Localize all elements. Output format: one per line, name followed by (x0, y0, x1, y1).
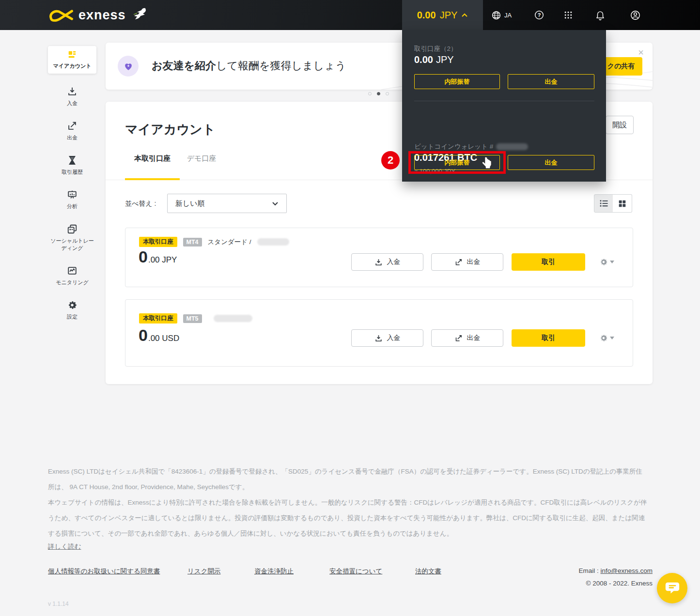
carousel-dot-active[interactable] (377, 92, 380, 95)
accounts-withdraw-button[interactable]: 出金 (508, 74, 594, 89)
account-settings-dropdown[interactable] (599, 329, 614, 347)
withdraw-button-label: 出金 (467, 334, 481, 342)
account-badges: 本取引口座 MT5 (139, 313, 252, 323)
sidebar-item-label: 入金 (67, 100, 78, 107)
topbar: exness 0.00 JPY JA ? (0, 0, 700, 30)
account-button[interactable] (630, 0, 641, 30)
sidebar-item-withdrawal[interactable]: 出金 (48, 119, 96, 143)
topbar-balance-currency: JPY (440, 10, 458, 21)
sidebar-item-label: 取引履歴 (62, 169, 83, 176)
sidebar: マイアカウント 入金 出金 取引履歴 分析 (48, 46, 96, 323)
wallet-withdraw-button[interactable]: 出金 (508, 155, 594, 170)
app-version: v 1.1.14 (48, 601, 69, 607)
sidebar-item-my-accounts[interactable]: マイアカウント (48, 46, 96, 74)
live-chat-button[interactable] (657, 573, 687, 603)
open-new-account-button[interactable]: 開設 (606, 116, 634, 134)
deposit-icon (67, 86, 78, 97)
footer-email-link[interactable]: info@exness.com (601, 567, 653, 574)
accounts-internal-transfer-button[interactable]: 内部振替 (414, 74, 500, 89)
sidebar-item-analytics[interactable]: 分析 (48, 187, 96, 212)
sidebar-item-label: ソーシャルトレーディング (50, 237, 94, 252)
trading-accounts-amount: 0.00 (414, 54, 433, 65)
exness-logo-text: exness (78, 8, 126, 23)
account-name: スタンダード / (208, 238, 251, 246)
footer-legal-paragraph-2: 本ウェブサイトの情報は、Exnessにより特別に許可された場合を除き転載を許可し… (48, 495, 649, 541)
withdraw-button-label: 出金 (467, 258, 481, 266)
carousel-dot[interactable] (386, 92, 389, 95)
active-tab-underline (125, 178, 180, 180)
deposit-button-label: 入金 (387, 258, 401, 266)
tab-real-accounts[interactable]: 本取引口座 (125, 154, 180, 163)
account-settings-dropdown[interactable] (599, 253, 614, 271)
topbar-balance-amount: 0.00 (417, 10, 436, 21)
notifications-button[interactable] (595, 0, 606, 30)
footer-link-aml[interactable]: 資金洗浄防止 (254, 567, 294, 576)
help-icon: ? (534, 10, 544, 20)
grid-view-icon (618, 200, 626, 208)
balance-integer: 0 (139, 247, 147, 266)
globe-icon (491, 10, 501, 20)
redacted-account-number (257, 238, 289, 246)
tab-demo-accounts[interactable]: デモ口座 (180, 154, 223, 163)
exness-logo[interactable]: exness (48, 0, 148, 30)
bell-icon (595, 10, 606, 20)
sidebar-item-label: モニタリング (56, 279, 89, 286)
withdraw-icon (454, 334, 463, 342)
footer-link-legal-documents[interactable]: 法的文書 (415, 567, 441, 576)
balance-integer: 0 (139, 326, 147, 345)
account-card-mt4: 本取引口座 MT4 スタンダード / 0 .00 JPY 入金 出金 取引 (125, 228, 633, 287)
footer-email-label: Email : (578, 567, 600, 574)
platform-badge: MT4 (183, 238, 202, 246)
sort-select[interactable]: 新しい順 (167, 194, 287, 213)
sidebar-item-monitoring[interactable]: モニタリング (48, 263, 96, 288)
chat-bubble-icon (665, 581, 680, 596)
sidebar-item-settings[interactable]: 設定 (48, 298, 96, 323)
sidebar-item-trading-history[interactable]: 取引履歴 (48, 153, 96, 178)
account-type-badge: 本取引口座 (139, 313, 177, 323)
deposit-icon (374, 258, 383, 266)
trade-button[interactable]: 取引 (512, 253, 585, 271)
balance-fraction: .00 USD (148, 334, 179, 343)
trade-button[interactable]: 取引 (512, 329, 585, 347)
social-trading-icon (67, 224, 78, 234)
footer-legal-paragraph-1: Exness (SC) LTDはセイシェル共和国で「8423606-1」の登録番… (48, 464, 649, 495)
help-button[interactable]: ? (534, 0, 544, 30)
chevron-down-icon (272, 201, 279, 206)
sidebar-item-label: 出金 (67, 134, 78, 141)
chevron-up-icon (461, 13, 468, 17)
hourglass-icon (67, 155, 77, 166)
monitoring-icon (67, 265, 78, 276)
balance-dropdown-trigger[interactable]: 0.00 JPY (402, 0, 483, 30)
panel-divider (414, 101, 594, 101)
list-view-icon (599, 199, 608, 208)
withdraw-button[interactable]: 出金 (431, 253, 503, 271)
account-badges: 本取引口座 MT4 スタンダード / (139, 237, 289, 247)
language-button[interactable]: JA (491, 0, 512, 30)
footer-link-risk-disclosure[interactable]: リスク開示 (187, 567, 220, 576)
platform-badge: MT5 (183, 314, 202, 323)
share-link-button[interactable]: クの共有 (600, 57, 642, 76)
grid-view-button[interactable] (613, 194, 632, 213)
list-view-button[interactable] (594, 194, 613, 213)
sidebar-item-social-trading[interactable]: ソーシャルトレーディング (48, 222, 96, 254)
footer-link-privacy[interactable]: 個人情報等のお取扱いに関する同意書 (48, 567, 160, 576)
svg-text:?: ? (538, 12, 541, 18)
caret-down-icon (610, 261, 614, 263)
withdraw-button[interactable]: 出金 (431, 329, 503, 347)
trading-accounts-currency: JPY (436, 54, 454, 65)
refer-friend-icon (118, 56, 139, 77)
deposit-button[interactable]: 入金 (351, 253, 423, 271)
read-more-link[interactable]: 詳しく読む (48, 542, 81, 551)
deposit-button[interactable]: 入金 (351, 329, 423, 347)
apps-button[interactable] (563, 0, 573, 30)
banner-title-rest: して報酬を獲得しましょう (216, 60, 346, 72)
account-balance: 0 .00 JPY (139, 247, 177, 266)
settings-gear-icon (67, 300, 78, 310)
withdraw-icon (454, 258, 463, 266)
account-type-badge: 本取引口座 (139, 237, 177, 247)
carousel-dot[interactable] (368, 92, 372, 95)
sidebar-item-deposit[interactable]: 入金 (48, 84, 96, 109)
page-title: マイアカウント (125, 121, 215, 138)
account-card-mt5: 本取引口座 MT5 0 .00 USD 入金 出金 取引 (125, 299, 633, 367)
footer-link-security[interactable]: 安全措置について (329, 567, 382, 576)
